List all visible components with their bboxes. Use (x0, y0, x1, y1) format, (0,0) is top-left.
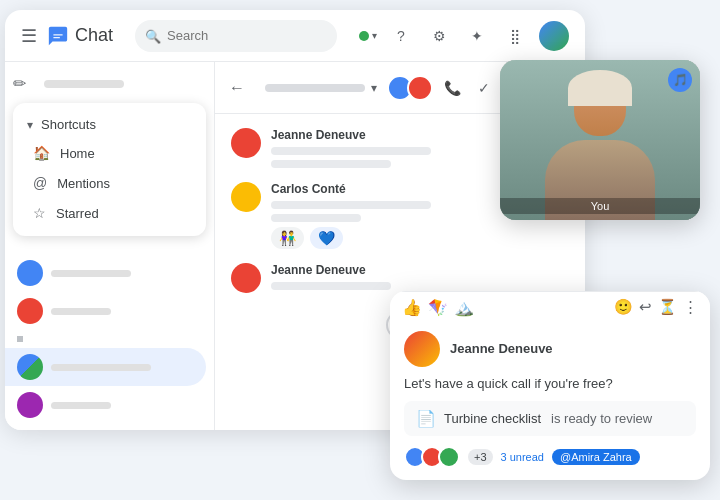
video-background: 🎵 You (500, 60, 700, 220)
shortcut-item-mentions[interactable]: @ Mentions (13, 168, 206, 198)
notification-unread-badge: 3 unread (501, 451, 544, 463)
shortcuts-panel: ▾ Shortcuts 🏠 Home @ Mentions ☆ Starred (13, 103, 206, 236)
header-icons: ▾ ? ⚙ ✦ ⣿ (359, 21, 569, 51)
shortcuts-header[interactable]: ▾ Shortcuts (13, 111, 206, 138)
shortcuts-label: Shortcuts (41, 117, 96, 132)
sidebar-item-2[interactable] (5, 292, 206, 330)
msg-bubble-2 (271, 201, 431, 209)
sidebar-avatar-3 (17, 392, 43, 418)
notification-footer: +3 3 unread @Amira Zahra (404, 446, 696, 468)
emoji-thumbsup[interactable]: 👍 (402, 298, 422, 317)
star-icon: ☆ (33, 205, 46, 221)
content-user-name (265, 84, 365, 92)
check-icon[interactable]: ✓ (471, 75, 497, 101)
notification-avatar-group (404, 446, 460, 468)
msg-bubble-1b (271, 160, 391, 168)
emoji-undo-icon[interactable]: ↩ (639, 298, 652, 316)
notification-body: Jeanne Deneuve Let's have a quick call i… (390, 323, 710, 480)
sidebar-top-blur (44, 80, 124, 88)
sidebar-top-icon-area: ✏ (5, 70, 214, 97)
reaction-heart-icon[interactable]: 💙 (310, 227, 343, 249)
search-input[interactable] (135, 20, 337, 52)
sidebar-avatar-1 (17, 260, 43, 286)
emoji-kite[interactable]: 🪁 (428, 298, 448, 317)
emoji-toolbar: 👍 🪁 🏔️ 🙂 ↩ ⏳ ⋮ (390, 291, 710, 323)
emoji-more-icon[interactable]: ⋮ (683, 298, 698, 316)
sidebar: ✏ ▾ Shortcuts 🏠 Home @ Mentions ☆ (5, 62, 215, 430)
msg-content-1: Jeanne Deneuve (271, 128, 431, 168)
user-avatar-header[interactable] (539, 21, 569, 51)
search-wrapper: 🔍 (135, 20, 337, 52)
shortcut-item-home[interactable]: 🏠 Home (13, 138, 206, 168)
status-dot (359, 31, 369, 41)
menu-icon[interactable]: ☰ (21, 25, 37, 47)
sidebar-item-active[interactable] (5, 348, 206, 386)
notification-card: 👍 🪁 🏔️ 🙂 ↩ ⏳ ⋮ Jeanne Deneuve Let's have… (390, 291, 710, 480)
msg-avatar-2 (231, 182, 261, 212)
notification-file-label: Turbine checklist (444, 411, 541, 426)
app-title: Chat (75, 25, 113, 46)
status-chevron: ▾ (372, 30, 377, 41)
help-button[interactable]: ? (387, 22, 415, 50)
sidebar-item-name-active (51, 364, 151, 371)
add-button[interactable]: ✦ (463, 22, 491, 50)
msg-content-2: Carlos Conté 👫 💙 (271, 182, 431, 249)
sidebar-item-3[interactable] (5, 386, 206, 424)
msg-sender-2: Carlos Conté (271, 182, 431, 196)
search-icon: 🔍 (145, 28, 161, 43)
sidebar-dot-divider (17, 336, 23, 342)
shortcut-starred-label: Starred (56, 206, 99, 221)
settings-button[interactable]: ⚙ (425, 22, 453, 50)
msg-sender-3: Jeanne Deneuve (271, 263, 391, 277)
header-bar: ☰ Chat 🔍 ▾ ? ⚙ ✦ ⣿ (5, 10, 585, 62)
compose-icon[interactable]: ✏ (13, 74, 26, 93)
sidebar-item-name-1 (51, 270, 131, 277)
video-call-card: 🎵 You (500, 60, 700, 220)
notification-header: Jeanne Deneuve (404, 331, 696, 367)
notification-file-suffix: is ready to review (551, 411, 652, 426)
shortcut-item-starred[interactable]: ☆ Starred (13, 198, 206, 228)
notification-mention-badge[interactable]: @Amira Zahra (552, 449, 640, 465)
notification-file: 📄 Turbine checklist is ready to review (404, 401, 696, 436)
content-header-chevron-icon: ▾ (371, 81, 377, 95)
emoji-mountain[interactable]: 🏔️ (454, 298, 474, 317)
notification-message: Let's have a quick call if you're free? (404, 375, 696, 393)
participant-avatar-2 (407, 75, 433, 101)
msg-reactions: 👫 💙 (271, 227, 431, 249)
msg-content-3: Jeanne Deneuve (271, 263, 391, 290)
video-mic-icon[interactable]: 🎵 (668, 68, 692, 92)
msg-bubble-1 (271, 147, 431, 155)
back-button[interactable]: ← (229, 79, 245, 97)
emoji-hourglass-icon[interactable]: ⏳ (658, 298, 677, 316)
sidebar-item-1[interactable] (5, 254, 206, 292)
grid-button[interactable]: ⣿ (501, 22, 529, 50)
notif-av-3 (438, 446, 460, 468)
home-icon: 🏠 (33, 145, 50, 161)
app-logo: Chat (47, 25, 113, 47)
content-user-name-bar: ▾ (265, 81, 377, 95)
msg-sender-1: Jeanne Deneuve (271, 128, 431, 142)
sidebar-avatar-2 (17, 298, 43, 324)
mentions-icon: @ (33, 175, 47, 191)
msg-avatar-1 (231, 128, 261, 158)
notification-sender-name: Jeanne Deneuve (450, 341, 553, 356)
reaction-people-icon[interactable]: 👫 (271, 227, 304, 249)
call-icon[interactable]: 📞 (439, 75, 465, 101)
sidebar-avatar-active (17, 354, 43, 380)
video-call-label: You (500, 198, 700, 214)
search-area: 🔍 (135, 20, 337, 52)
chat-logo-icon (47, 25, 69, 47)
sidebar-item-name-2 (51, 308, 111, 315)
status-dropdown[interactable]: ▾ (359, 30, 377, 41)
notification-sender-avatar (404, 331, 440, 367)
file-doc-icon: 📄 (416, 409, 436, 428)
notification-count-badge: +3 (468, 449, 493, 465)
participant-avatars (387, 75, 433, 101)
message-group-3: Jeanne Deneuve (231, 263, 569, 293)
shortcut-home-label: Home (60, 146, 95, 161)
msg-bubble-2b (271, 214, 361, 222)
shortcuts-chevron-icon: ▾ (27, 118, 33, 132)
shortcut-mentions-label: Mentions (57, 176, 110, 191)
emoji-smiley-icon[interactable]: 🙂 (614, 298, 633, 316)
sidebar-item-name-3 (51, 402, 111, 409)
